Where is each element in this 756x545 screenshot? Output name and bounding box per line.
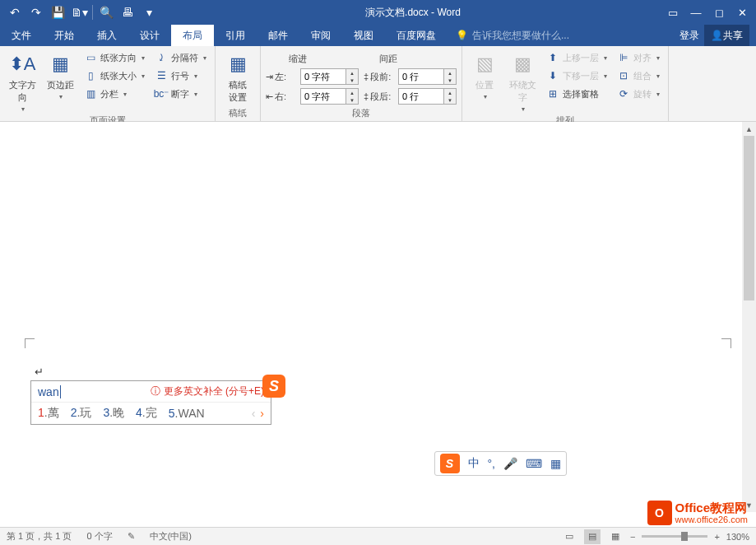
ime-status-toolbar[interactable]: S 中 °, 🎤 ⌨ ▦ [434,451,568,476]
spinner-down-icon[interactable]: ▼ [444,77,456,84]
spinner-up-icon[interactable]: ▲ [346,69,358,77]
line-numbers-button[interactable]: ☰行号▾ [151,68,210,84]
status-page[interactable]: 第 1 页，共 1 页 [7,530,72,543]
close-button[interactable]: ✕ [731,2,753,22]
status-language[interactable]: 中文(中国) [150,530,192,543]
indent-right-input[interactable] [301,91,346,101]
save-as-button[interactable]: 🗎▾ [69,2,89,22]
tab-insert[interactable]: 插入 [86,25,128,46]
ime-candidate[interactable]: 2.玩 [71,406,92,421]
vertical-scrollbar[interactable]: ▲ ▼ [742,122,756,512]
tab-review[interactable]: 审阅 [299,25,342,46]
tab-layout[interactable]: 布局 [171,25,214,46]
minimize-button[interactable]: — [685,2,707,22]
columns-button[interactable]: ▥分栏▾ [81,86,148,102]
quick-access-toolbar: ↶ ↷ 💾 🗎▾ 🔍 🖶 ▾ [0,2,164,22]
size-button[interactable]: ▯纸张大小▾ [81,68,148,84]
size-icon: ▯ [84,69,97,82]
scrollbar-thumb[interactable] [744,136,754,300]
spacing-after-spinner[interactable]: ▲▼ [398,88,457,105]
align-button[interactable]: ⊫对齐▾ [614,49,663,66]
rotate-icon: ⟳ [617,87,630,100]
status-proofing-icon[interactable]: ✎ [128,531,135,542]
chevron-down-icon: ▾ [522,105,525,113]
document-area[interactable]: ↵ S wan ⓘ 更多英文补全 (分号+E) 1.萬 2.玩 3.晚 4.完 … [0,122,756,533]
breaks-button[interactable]: ⤸分隔符▾ [151,49,210,66]
bring-forward-button[interactable]: ⬆上移一层▾ [543,49,610,66]
paragraph-label: 段落 [266,105,457,119]
manuscript-button[interactable]: ▦ 稿纸 设置 [220,49,255,104]
spinner-up-icon[interactable]: ▲ [346,89,358,96]
tab-view[interactable]: 视图 [342,25,385,46]
tab-home[interactable]: 开始 [43,25,86,46]
scroll-up-icon[interactable]: ▲ [742,122,756,136]
spacing-before-input[interactable] [399,72,443,82]
hyphenation-button[interactable]: bc⁻断字▾ [151,86,210,102]
spinner-up-icon[interactable]: ▲ [444,89,456,96]
margins-button[interactable]: ▦ 页边距 ▾ [43,49,77,100]
undo-button[interactable]: ↶ [5,2,25,22]
orientation-button[interactable]: ▭纸张方向▾ [81,49,148,66]
redo-button[interactable]: ↷ [26,2,46,22]
ime-prev-icon[interactable]: ‹ [252,407,256,420]
web-layout-button[interactable]: ▦ [607,529,624,544]
position-button[interactable]: ▧ 位置 ▾ [467,49,502,100]
ime-hint[interactable]: ⓘ 更多英文补全 (分号+E) [151,384,264,398]
ime-candidate[interactable]: 4.完 [136,406,157,421]
qat-customize-button[interactable]: ▾ [139,2,159,22]
chevron-down-icon: ▾ [656,91,660,98]
zoom-out-button[interactable]: − [630,532,635,542]
indent-right-spinner[interactable]: ▲▼ [300,88,359,105]
zoom-slider[interactable] [642,535,707,538]
save-button[interactable]: 💾 [48,2,67,22]
ribbon-options-button[interactable]: ▭ [662,2,684,22]
zoom-level[interactable]: 130% [726,532,749,542]
ime-voice-icon[interactable]: 🎤 [503,457,517,470]
read-mode-button[interactable]: ▭ [561,529,577,544]
group-paragraph: 缩进 间距 ⇥左: ▲▼ ‡段前: ▲▼ ⇤右: ▲▼ ‡段后: ▲▼ 段落 [261,46,462,121]
status-words[interactable]: 0 个字 [86,530,112,543]
spacing-before-spinner[interactable]: ▲▼ [398,68,457,85]
ime-next-icon[interactable]: › [260,407,264,420]
print-layout-button[interactable]: ▤ [584,529,601,544]
spacing-header: 间距 [379,53,397,65]
tab-references[interactable]: 引用 [214,25,257,46]
tab-baidu[interactable]: 百度网盘 [385,25,448,46]
spacing-after-input[interactable] [399,91,443,101]
group-button[interactable]: ⊡组合▾ [614,68,663,84]
spinner-down-icon[interactable]: ▼ [444,96,456,104]
indent-left-input[interactable] [301,72,346,82]
spinner-up-icon[interactable]: ▲ [444,69,456,77]
login-link[interactable]: 登录 [679,29,699,43]
ime-punctuation-icon[interactable]: °, [488,457,496,470]
ime-candidate[interactable]: 5.WAN [169,407,205,420]
zoom-in-button[interactable]: + [714,532,719,542]
indent-left-spinner[interactable]: ▲▼ [300,68,359,85]
ime-keyboard-icon[interactable]: ⌨ [526,457,542,470]
ime-candidate[interactable]: 3.晚 [103,406,124,421]
maximize-button[interactable]: ◻ [708,2,730,22]
sogou-logo-icon[interactable]: S [440,454,460,473]
tell-me-search[interactable]: 💡 告诉我您想要做什么... [448,25,673,46]
wrap-text-button[interactable]: ▩ 环绕文字 ▾ [505,49,540,113]
ime-candidate[interactable]: 1.萬 [38,406,59,421]
tab-design[interactable]: 设计 [128,25,171,46]
tab-mailings[interactable]: 邮件 [257,25,299,46]
print-preview-button[interactable]: 🔍 [96,2,116,22]
zoom-thumb[interactable] [681,532,688,541]
margins-icon: ▦ [52,51,69,77]
rotate-button[interactable]: ⟳旋转▾ [614,86,663,102]
spinner-down-icon[interactable]: ▼ [346,96,358,104]
chevron-down-icon: ▾ [141,54,145,62]
print-button[interactable]: 🖶 [118,2,137,22]
ime-menu-icon[interactable]: ▦ [550,457,561,470]
text-direction-button[interactable]: ⬍A 文字方向 ▾ [5,49,39,113]
indent-left-label: ⇥左: [266,71,295,83]
ime-lang-toggle[interactable]: 中 [468,456,480,471]
ime-input-text: wan [38,385,59,398]
selection-pane-button[interactable]: ⊞选择窗格 [543,86,610,102]
tab-file[interactable]: 文件 [0,25,43,46]
spinner-down-icon[interactable]: ▼ [346,77,358,84]
share-button[interactable]: 👤 共享 [704,25,749,46]
send-backward-button[interactable]: ⬇下移一层▾ [543,68,610,84]
